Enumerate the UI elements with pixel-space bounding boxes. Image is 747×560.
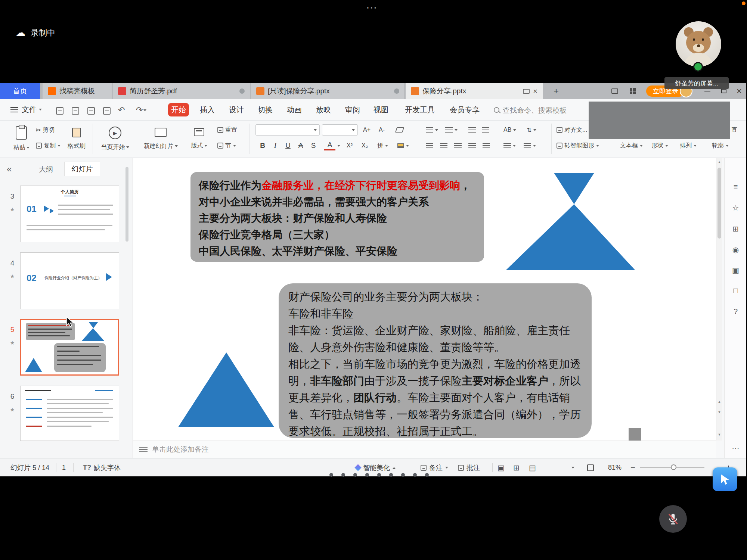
slide-thumbnail-3[interactable]: 个人简历 01 (20, 186, 119, 242)
triangle-up-shape[interactable] (506, 204, 635, 270)
reset-button[interactable]: 重置 (217, 124, 237, 136)
format-painter-button[interactable]: 格式刷 (64, 122, 89, 155)
outline-button[interactable]: 轮廓 (712, 140, 729, 151)
layout-button[interactable]: 版式 (186, 122, 212, 155)
ribbon-tab-slideshow[interactable]: 放映 (313, 103, 334, 116)
increase-font-button[interactable]: A+ (363, 124, 371, 136)
subscript-button[interactable]: X₂ (362, 140, 368, 151)
smart-graphic-button[interactable]: 转智能图形 (557, 140, 599, 151)
location-icon[interactable]: ◉ (725, 245, 747, 254)
line-spacing-button[interactable] (503, 140, 516, 151)
missing-font-warning[interactable]: T? 缺失字体 (83, 458, 121, 477)
align-text-button[interactable]: 对齐文... (557, 124, 587, 136)
bullet-list-button[interactable] (426, 124, 438, 136)
normal-view-button[interactable]: ▣ (498, 458, 505, 477)
shapes-button[interactable]: 形状 (651, 140, 668, 151)
scrollbar-thumb[interactable] (717, 168, 721, 239)
arrange-button[interactable]: 排列 (680, 140, 697, 151)
tab-active-pptx[interactable]: 保险分享.pptx × (406, 83, 543, 99)
annotation-tool-button[interactable] (713, 467, 737, 491)
webcam-avatar[interactable] (676, 21, 721, 67)
clear-format-button[interactable] (396, 124, 403, 136)
text-shadow-button[interactable]: S (308, 140, 319, 151)
search-input[interactable]: 查找命令、搜索模板 (503, 106, 567, 115)
change-case-button[interactable]: AB (503, 124, 516, 136)
properties-icon[interactable]: ≡ (725, 183, 747, 191)
zoom-level[interactable]: 81% (608, 458, 622, 477)
slide-canvas[interactable]: 保险行业作为金融服务业，在经济下行时更容易受到影响， 对中小企业来说并非必需品，… (133, 158, 716, 441)
more-icon[interactable]: ⋯ (725, 444, 747, 453)
search-icon[interactable] (494, 107, 499, 113)
scan-icon[interactable]: ▣ (725, 266, 747, 275)
align-center-button[interactable] (440, 140, 447, 151)
font-size-select[interactable] (322, 124, 358, 136)
tab-home[interactable]: 首页 (0, 83, 40, 99)
favorites-icon[interactable]: ☆ (725, 203, 747, 212)
slide-textbox-industry-overview[interactable]: 保险行业作为金融服务业，在经济下行时更容易受到影响， 对中小企业来说并非必需品，… (190, 172, 484, 262)
gallery-icon[interactable]: ⊞ (725, 224, 747, 233)
superscript-button[interactable]: X² (347, 140, 353, 151)
fit-slide-button[interactable] (587, 458, 594, 477)
slide-thumbnail-4[interactable]: 02 保险行业介绍（财产保险为主） (20, 252, 119, 309)
align-left-button[interactable] (426, 140, 433, 151)
preview-icon[interactable] (103, 107, 111, 115)
new-tab-button[interactable]: + (549, 83, 563, 99)
mobile-icon[interactable]: □ (725, 286, 747, 295)
zoom-slider-thumb[interactable] (671, 464, 676, 470)
file-menu[interactable]: 文件 (22, 105, 42, 115)
align-right-button[interactable] (454, 140, 462, 151)
scroll-up-icon[interactable]: ▲ (716, 160, 722, 164)
tab-slides[interactable]: 幻灯片 (64, 162, 100, 176)
cut-button[interactable]: ✂ 剪切 (36, 124, 55, 136)
ribbon-tab-insert[interactable]: 插入 (197, 103, 218, 116)
triangle-bottom-left-shape[interactable] (178, 352, 274, 427)
slide-textbox-property-insurance[interactable]: 财产保险公司的业务主要分为两大板块： 车险和非车险 非车险：货运险、企业财产险、… (279, 283, 592, 438)
reading-view-button[interactable]: ▤ (529, 458, 536, 477)
decrease-font-button[interactable]: A- (379, 124, 385, 136)
undo-button[interactable]: ↶ (118, 105, 125, 115)
canvas-scrollbar[interactable]: ▲ ▲ ▼ ▼ (716, 158, 722, 441)
tab-close-icon[interactable]: × (533, 87, 537, 96)
pinyin-button[interactable]: 拼 (377, 140, 388, 151)
bold-button[interactable]: B (257, 140, 268, 151)
close-window-button[interactable]: × (732, 83, 746, 99)
help-icon[interactable]: ? (725, 307, 747, 316)
ribbon-tab-animation[interactable]: 动画 (284, 103, 305, 116)
play-from-current-button[interactable]: ▶ 当页开始 (98, 122, 132, 155)
decrease-indent-button[interactable] (468, 124, 476, 136)
save-icon[interactable] (56, 107, 63, 115)
tab-resume-pdf[interactable]: 简历舒圣芳.pdf (113, 83, 250, 99)
highlight-button[interactable] (397, 140, 409, 151)
ribbon-tab-review[interactable]: 审阅 (342, 103, 363, 116)
section-button[interactable]: 节 (217, 140, 236, 151)
microphone-muted-button[interactable] (659, 505, 687, 533)
paste-button[interactable]: 粘贴 (10, 122, 33, 155)
ribbon-tab-transition[interactable]: 切换 (255, 103, 276, 116)
slide-thumbnail-6[interactable] (20, 386, 119, 441)
next-slide-icon[interactable]: ▼ (716, 410, 722, 414)
triangle-down-shape[interactable] (554, 173, 594, 204)
redo-button[interactable]: ↷ (136, 105, 146, 115)
sidebar-scrollbar[interactable] (125, 167, 128, 242)
window-menu-dots-icon[interactable]: ⋯ (366, 1, 379, 14)
textbox-button[interactable]: 文本框 (620, 140, 643, 151)
copy-button[interactable]: 复制 (36, 140, 61, 151)
ribbon-tab-member[interactable]: 会员专享 (447, 103, 483, 116)
ribbon-tab-home[interactable]: 开始 (168, 103, 189, 116)
clipped-ribbon-item[interactable]: 直 (731, 124, 737, 136)
distribute-button[interactable] (483, 140, 490, 151)
font-color-button[interactable]: A (324, 140, 340, 151)
text-direction-button[interactable]: ⇅ (527, 124, 536, 136)
slide-sorter-view-button[interactable]: ⊞ (513, 458, 520, 477)
ribbon-tab-view[interactable]: 视图 (371, 103, 391, 116)
tab-outline[interactable]: 大纲 (39, 165, 53, 174)
export-icon[interactable] (72, 107, 79, 115)
font-name-select[interactable] (255, 124, 320, 136)
tab-docer-templates[interactable]: 找稿壳模板 (43, 83, 112, 99)
tab-readonly-pptx[interactable]: [只读]保险分享.pptx (251, 83, 405, 99)
object-handle[interactable] (629, 428, 641, 441)
zoom-out-button[interactable]: − (630, 458, 635, 477)
scroll-down-icon[interactable]: ▼ (716, 433, 722, 436)
play-options-chevron[interactable] (571, 458, 574, 477)
ribbon-tab-developer[interactable]: 开发工具 (402, 103, 438, 116)
